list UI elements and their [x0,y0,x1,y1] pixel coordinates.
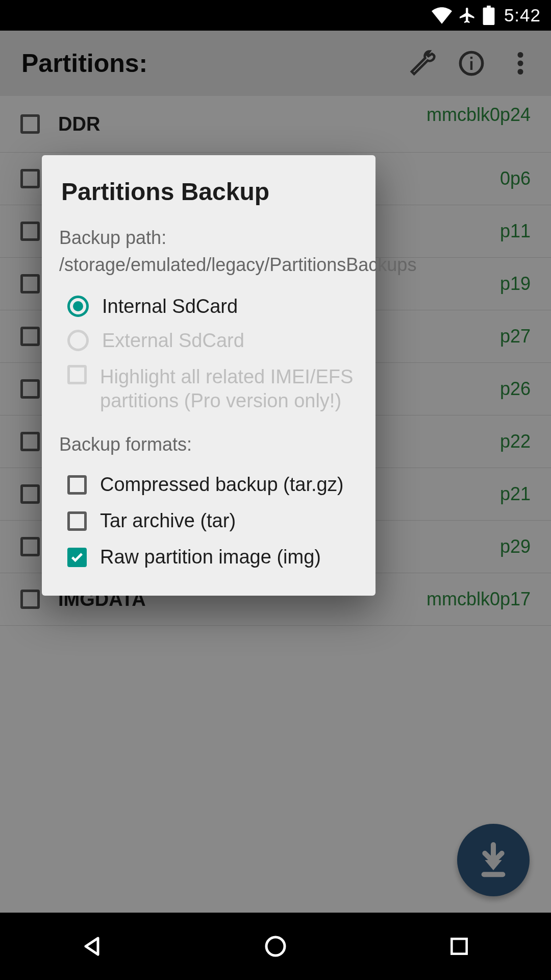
wifi-icon [432,7,452,24]
internal-sdcard-option[interactable]: Internal SdCard [59,289,358,324]
status-time: 5:42 [504,5,541,26]
status-bar: 5:42 [0,0,551,31]
format-compressed-label: Compressed backup (tar.gz) [100,474,343,496]
format-raw-label: Raw partition image (img) [100,546,321,568]
checkbox-disabled-icon [67,365,87,384]
format-tar-label: Tar archive (tar) [100,510,236,532]
checkbox-icon[interactable] [67,475,87,495]
backup-path-label: Backup path: [59,226,358,250]
external-sdcard-label: External SdCard [102,330,244,352]
pro-highlight-option: Highlight all related IMEI/EFS partition… [59,358,358,420]
dialog-title: Partitions Backup [59,178,358,206]
radio-unselected-icon [67,330,89,351]
internal-sdcard-label: Internal SdCard [102,296,238,317]
partitions-backup-dialog: Partitions Backup Backup path: /storage/… [42,155,375,596]
svg-rect-8 [452,939,466,953]
format-tar-option[interactable]: Tar archive (tar) [59,503,358,539]
nav-bar [0,913,551,980]
airplane-icon [458,6,477,24]
checkbox-checked-icon[interactable] [67,548,87,567]
recents-button[interactable] [444,931,474,962]
format-compressed-option[interactable]: Compressed backup (tar.gz) [59,467,358,503]
format-raw-option[interactable]: Raw partition image (img) [59,539,358,575]
pro-highlight-label: Highlight all related IMEI/EFS partition… [100,365,358,413]
radio-selected-icon[interactable] [67,296,89,317]
battery-icon [483,6,495,25]
backup-path-value: /storage/emulated/legacy/PartitionsBacku… [59,253,358,277]
home-button[interactable] [260,931,291,962]
external-sdcard-option: External SdCard [59,324,358,358]
checkbox-icon[interactable] [67,511,87,531]
back-button[interactable] [77,931,107,962]
formats-label: Backup formats: [59,433,358,457]
svg-point-7 [266,937,285,955]
